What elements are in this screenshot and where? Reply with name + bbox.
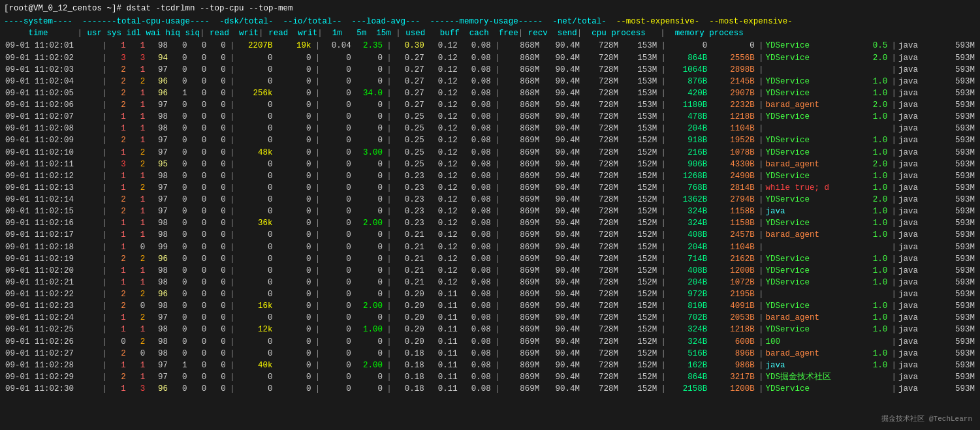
- cell-hiq: 0: [189, 123, 208, 134]
- cell-dsk-writ: 0: [274, 134, 313, 146]
- cell-time: 09-01 11:02:12: [4, 170, 99, 182]
- cell-idl: 97: [146, 99, 169, 111]
- cell-mem-cach: 728M: [581, 99, 620, 111]
- cell-cpu-pct: [861, 383, 889, 395]
- cell-load5m: 0.12: [426, 229, 459, 241]
- cell-load15m: 0.08: [459, 64, 492, 76]
- cell-siq: 0: [208, 87, 227, 99]
- cell-io-writ: 0: [353, 241, 384, 253]
- cell-load15m: 0.08: [459, 134, 492, 146]
- cell-sys: 1: [127, 217, 147, 229]
- cell-mem-buff: 90.4M: [541, 324, 581, 335]
- cell-net-recv: 876B: [667, 76, 708, 87]
- cell-load15m: 0.08: [459, 265, 492, 277]
- cell-time: 09-01 11:02:01: [4, 40, 99, 52]
- cell-idl: 98: [146, 123, 169, 134]
- cell-dsk-writ: 0: [274, 170, 313, 182]
- cell-mem-buff: 90.4M: [541, 360, 581, 371]
- cell-sys: 1: [127, 194, 147, 206]
- cell-load15m: 0.08: [459, 123, 492, 134]
- cell-mem-used: 869M: [501, 229, 541, 241]
- cell-wai: 0: [169, 241, 189, 253]
- cell-hiq: 0: [189, 360, 208, 371]
- cell-mem-size: 593M: [936, 241, 976, 253]
- cell-idl: 97: [146, 360, 169, 371]
- cell-mem-cach: 728M: [581, 217, 620, 229]
- cell-load1m: 0.27: [392, 87, 426, 99]
- table-row: 09-01 11:02:07 | 1 1 98 0 0 0 | 0 0 | 0 …: [4, 111, 976, 123]
- cell-cpu-pct: 1.0: [861, 277, 889, 288]
- cell-io-writ: 0: [353, 99, 384, 111]
- cell-cpu-pct: [861, 123, 889, 134]
- cell-mem-size: 593M: [936, 371, 976, 383]
- cell-load1m: 0.18: [392, 371, 426, 383]
- cell-mem-proc: java: [897, 253, 936, 265]
- cell-dsk-read: 0: [235, 64, 274, 76]
- cell-mem-used: 869M: [501, 383, 541, 395]
- table-row: 09-01 11:02:18 | 1 0 99 0 0 0 | 0 0 | 0 …: [4, 241, 976, 253]
- cell-wai: 1: [169, 360, 189, 371]
- cell-cpu-proc: [765, 64, 861, 76]
- cell-io-read: 0: [321, 324, 352, 335]
- cell-usr: 1: [108, 241, 127, 253]
- cell-load15m: 0.08: [459, 76, 492, 87]
- cell-mem-proc: java: [897, 360, 936, 371]
- cell-hiq: 0: [189, 147, 208, 159]
- cell-siq: 0: [208, 253, 227, 265]
- cell-mem-cach: 728M: [581, 182, 620, 194]
- cell-io-writ: 0: [353, 288, 384, 300]
- cell-load1m: 0.23: [392, 170, 426, 182]
- cell-idl: 97: [146, 182, 169, 194]
- cell-cpu-pct: 1.0: [861, 170, 889, 182]
- cell-mem-size: 593M: [936, 229, 976, 241]
- cell-load5m: 0.12: [426, 64, 459, 76]
- cell-load5m: 0.12: [426, 87, 459, 99]
- cell-siq: 0: [208, 348, 227, 360]
- cell-dsk-read: 0: [235, 371, 274, 383]
- cell-mem-used: 869M: [501, 217, 541, 229]
- cell-time: 09-01 11:02:16: [4, 217, 99, 229]
- cell-mem-buff: 90.4M: [541, 206, 581, 217]
- cell-idl: 99: [146, 241, 169, 253]
- cell-sys: 1: [127, 371, 147, 383]
- cell-io-read: 0: [321, 123, 352, 134]
- cell-dsk-writ: 0: [274, 87, 313, 99]
- table-row: 09-01 11:02:13 | 1 2 97 0 0 0 | 0 0 | 0 …: [4, 182, 976, 194]
- cell-cpu-proc: YDService: [765, 52, 861, 64]
- cell-net-recv: 2158B: [667, 383, 708, 395]
- cell-mem-proc: java: [897, 194, 936, 206]
- cell-mem-used: 869M: [501, 371, 541, 383]
- cell-mem-buff: 90.4M: [541, 383, 581, 395]
- cell-load1m: 0.25: [392, 123, 426, 134]
- cell-io-writ: 34.0: [353, 87, 384, 99]
- cell-io-read: 0: [321, 336, 352, 348]
- cell-sys: 1: [127, 64, 147, 76]
- cell-hiq: 0: [189, 76, 208, 87]
- cell-dsk-writ: 0: [274, 360, 313, 371]
- cell-mem-size: 593M: [936, 383, 976, 395]
- cell-mem-size: 593M: [936, 360, 976, 371]
- cell-idl: 98: [146, 111, 169, 123]
- cell-cpu-pct: [861, 371, 889, 383]
- cell-sys: 2: [127, 147, 147, 159]
- cell-mem-used: 869M: [501, 324, 541, 335]
- cell-siq: 0: [208, 182, 227, 194]
- cell-sys: 0: [127, 300, 147, 312]
- cell-hiq: 0: [189, 52, 208, 64]
- cell-time: 09-01 11:02:09: [4, 134, 99, 146]
- cell-mem-size: 593M: [936, 182, 976, 194]
- cell-mem-proc: java: [897, 371, 936, 383]
- cell-mem-used: 869M: [501, 336, 541, 348]
- cell-load1m: 0.18: [392, 360, 426, 371]
- cell-load5m: 0.12: [426, 147, 459, 159]
- cell-mem-size: 593M: [936, 217, 976, 229]
- cell-mem-size: 593M: [936, 134, 976, 146]
- cell-load15m: 0.08: [459, 147, 492, 159]
- cell-siq: 0: [208, 99, 227, 111]
- cell-load5m: 0.11: [426, 360, 459, 371]
- table-row: 09-01 11:02:10 | 1 2 97 0 0 0 | 48k 0 | …: [4, 147, 976, 159]
- cell-io-read: 0: [321, 111, 352, 123]
- cell-dsk-read: 36k: [235, 217, 274, 229]
- cell-idl: 98: [146, 324, 169, 335]
- cell-siq: 0: [208, 383, 227, 395]
